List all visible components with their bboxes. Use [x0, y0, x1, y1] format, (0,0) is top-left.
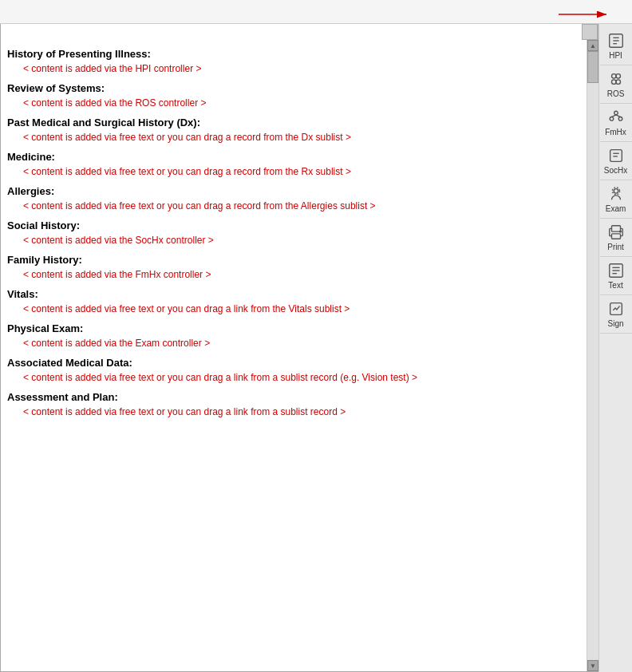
sidebar-label-exam: Exam [606, 204, 626, 213]
sidebar-label-print: Print [607, 243, 624, 251]
section-heading-amd: Associated Medical Data: [7, 357, 574, 369]
section-content-hpi: < content is added via the HPI controlle… [23, 63, 574, 74]
section-heading-fmhx: Family History: [7, 254, 574, 266]
section-content-medicine: < content is added via free text or you … [23, 166, 574, 177]
section-heading-allergies: Allergies: [7, 185, 574, 197]
svg-point-13 [618, 117, 622, 121]
sign-icon [607, 300, 625, 318]
sidebar: HPIROSFmHxSocHxExamPrintTextSign [598, 24, 632, 672]
svg-line-14 [611, 115, 616, 117]
section-heading-vitals: Vitals: [7, 288, 574, 300]
sochx-icon [607, 147, 625, 164]
svg-rect-22 [611, 226, 620, 231]
sidebar-item-sign[interactable]: Sign [600, 295, 632, 334]
svg-point-10 [616, 80, 621, 85]
section-heading-ros: Review of Systems: [7, 82, 574, 94]
hpi-icon [607, 32, 625, 49]
section-heading-medicine: Medicine: [7, 151, 574, 163]
sidebar-item-hpi[interactable]: HPI [600, 27, 632, 65]
section-content-vitals: < content is added via free text or you … [23, 303, 574, 314]
svg-point-9 [611, 80, 616, 85]
svg-point-8 [616, 74, 621, 79]
scroll-handle[interactable] [587, 51, 598, 83]
section-content-allergies: < content is added via free text or you … [23, 200, 574, 211]
sidebar-item-exam[interactable]: Exam [600, 180, 632, 219]
print-icon [607, 223, 625, 241]
sidebar-item-print[interactable]: Print [600, 219, 632, 257]
sidebar-label-hpi: HPI [609, 51, 622, 60]
note-dropdown-button[interactable] [582, 24, 598, 40]
scroll-bar [587, 51, 598, 660]
sidebar-label-sochx: SocHx [604, 166, 627, 175]
sidebar-label-ros: ROS [607, 89, 625, 98]
exam-icon [607, 185, 625, 203]
sidebar-label-fmhx: FmHx [605, 128, 626, 136]
scroll-down-button[interactable]: ▼ [587, 660, 598, 671]
svg-point-11 [614, 111, 618, 115]
text-icon [607, 262, 625, 279]
ros-icon [607, 70, 625, 88]
section-content-exam: < content is added via the Exam controll… [23, 338, 574, 349]
svg-point-19 [614, 189, 618, 194]
svg-point-7 [611, 74, 616, 79]
section-heading-hpi: History of Presenting Illness: [7, 48, 574, 60]
section-heading-dx: Past Medical and Surgical History (Dx): [7, 117, 574, 128]
svg-rect-21 [611, 234, 620, 239]
sidebar-item-fmhx[interactable]: FmHx [600, 104, 632, 142]
section-heading-exam: Physical Exam: [7, 322, 574, 334]
section-content-fmhx: < content is added via the FmHx controll… [23, 269, 574, 280]
section-content-ros: < content is added via the ROS controlle… [23, 97, 574, 109]
scroll-track: ▲ ▼ [587, 40, 598, 671]
section-heading-sochx: Social History: [7, 219, 574, 231]
sidebar-item-text[interactable]: Text [600, 257, 632, 295]
svg-point-23 [619, 231, 621, 232]
svg-point-12 [610, 117, 614, 121]
sidebar-item-ros[interactable]: ROS [600, 65, 632, 104]
svg-rect-16 [610, 150, 622, 162]
svg-line-15 [616, 115, 621, 117]
section-content-sochx: < content is added via the SocHx control… [23, 235, 574, 246]
note-content: History of Presenting Illness:< content … [1, 40, 587, 671]
section-content-assessment: < content is added via free text or you … [23, 406, 574, 417]
sidebar-item-sochx[interactable]: SocHx [600, 142, 632, 180]
section-content-dx: < content is added via free text or you … [23, 132, 574, 143]
page-container: ▲ ▼ History of Presenting Illness:< cont… [0, 0, 632, 672]
fmhx-icon [607, 109, 625, 126]
sidebar-label-text: Text [608, 281, 622, 290]
scroll-up-button[interactable]: ▲ [587, 40, 598, 51]
section-content-amd: < content is added via free text or you … [23, 372, 574, 383]
top-bar [0, 0, 632, 24]
sidebar-label-sign: Sign [607, 319, 623, 328]
note-area: ▲ ▼ History of Presenting Illness:< cont… [0, 24, 598, 672]
section-heading-assessment: Assessment and Plan: [7, 391, 574, 403]
